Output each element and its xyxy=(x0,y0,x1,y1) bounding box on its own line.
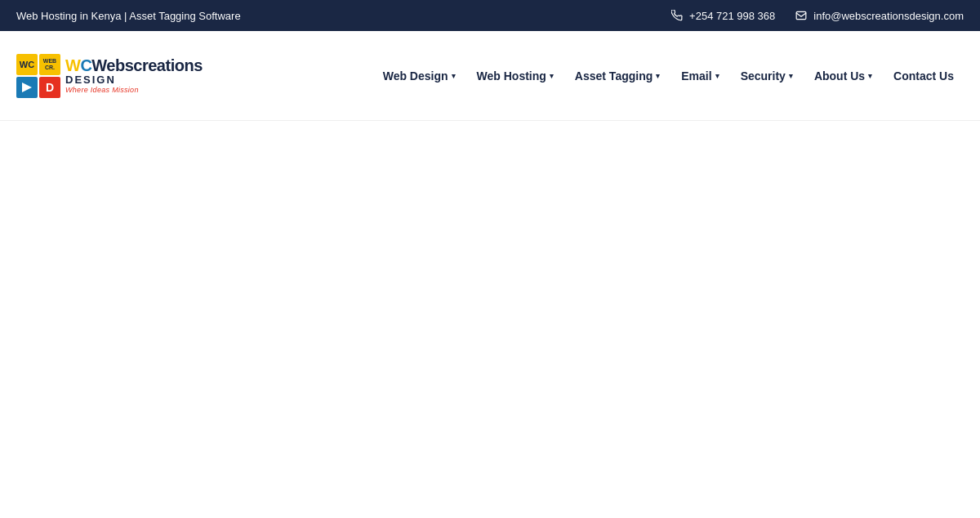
logo-cell-wc: WC xyxy=(16,54,38,75)
top-bar: Web Hosting in Kenya | Asset Tagging Sof… xyxy=(0,0,980,31)
logo-cell-wb: WEBCR. xyxy=(39,54,60,75)
site-title: Web Hosting in Kenya | Asset Tagging Sof… xyxy=(16,10,241,22)
nav-item-web-design[interactable]: Web Design ▾ xyxy=(373,63,466,89)
email-contact[interactable]: info@webscreationsdesign.com xyxy=(795,9,964,22)
email-icon xyxy=(795,9,808,22)
phone-icon xyxy=(670,9,684,22)
nav-label-security: Security xyxy=(741,69,786,83)
logo-design-label: DESIGN xyxy=(65,74,203,86)
logo-brand-name: WCWebscreations xyxy=(65,56,203,74)
nav-item-contact-us[interactable]: Contact Us xyxy=(884,63,964,89)
chevron-down-icon: ▾ xyxy=(868,72,872,80)
svg-rect-0 xyxy=(796,11,806,19)
nav-label-web-hosting: Web Hosting xyxy=(477,69,546,83)
logo-tagline: Where Ideas Mission xyxy=(65,87,203,95)
nav-label-web-design: Web Design xyxy=(383,69,448,83)
phone-contact[interactable]: +254 721 998 368 xyxy=(670,9,775,22)
chevron-down-icon: ▾ xyxy=(789,72,793,80)
chevron-down-icon: ▾ xyxy=(550,72,554,80)
nav-label-asset-tagging: Asset Tagging xyxy=(575,69,653,83)
top-bar-contact-group: +254 721 998 368 info@webscreationsdesig… xyxy=(670,9,964,22)
svg-marker-1 xyxy=(22,83,32,92)
chevron-down-icon: ▾ xyxy=(656,72,660,80)
main-nav: Web Design ▾ Web Hosting ▾ Asset Tagging… xyxy=(373,63,964,89)
nav-item-security[interactable]: Security ▾ xyxy=(731,63,803,89)
nav-label-email: Email xyxy=(681,69,711,83)
logo-cell-arrow xyxy=(16,77,38,98)
nav-item-about-us[interactable]: About Us ▾ xyxy=(804,63,882,89)
main-content xyxy=(0,121,980,518)
nav-item-web-hosting[interactable]: Web Hosting ▾ xyxy=(467,63,564,89)
site-logo[interactable]: WC WEBCR. D WCWebscreations DESIGN Where… xyxy=(16,54,203,98)
chevron-down-icon: ▾ xyxy=(715,72,719,80)
logo-grid: WC WEBCR. D xyxy=(16,54,60,98)
chevron-down-icon: ▾ xyxy=(452,72,456,80)
nav-label-contact-us: Contact Us xyxy=(893,69,954,83)
nav-item-asset-tagging[interactable]: Asset Tagging ▾ xyxy=(565,63,670,89)
nav-item-email[interactable]: Email ▾ xyxy=(671,63,728,89)
nav-label-about-us: About Us xyxy=(814,69,865,83)
email-address: info@webscreationsdesign.com xyxy=(813,10,964,22)
logo-cell-d: D xyxy=(39,77,60,98)
site-header: WC WEBCR. D WCWebscreations DESIGN Where… xyxy=(0,31,980,121)
phone-number: +254 721 998 368 xyxy=(689,10,775,22)
logo-text: WCWebscreations DESIGN Where Ideas Missi… xyxy=(65,56,203,94)
